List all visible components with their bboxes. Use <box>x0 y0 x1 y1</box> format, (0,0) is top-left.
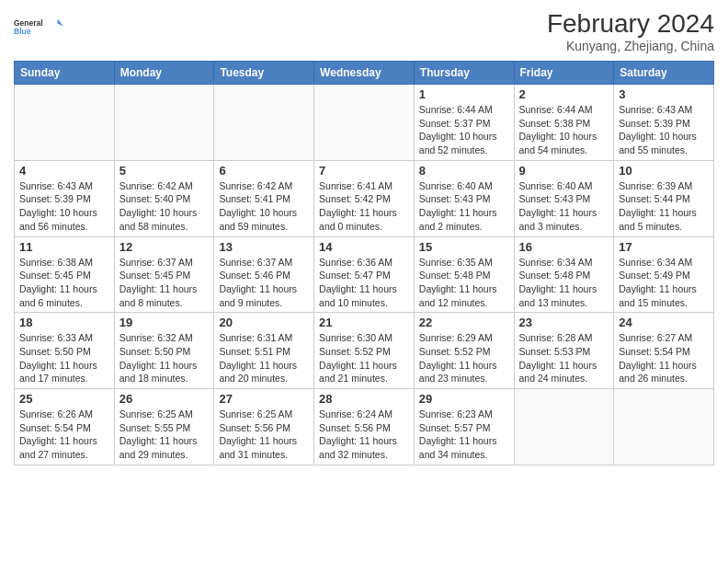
calendar-cell <box>114 85 214 161</box>
calendar-cell: 5Sunrise: 6:42 AM Sunset: 5:40 PM Daylig… <box>114 160 214 236</box>
day-info: Sunrise: 6:44 AM Sunset: 5:37 PM Dayligh… <box>419 103 509 157</box>
day-number: 27 <box>219 392 309 406</box>
calendar-cell: 21Sunrise: 6:30 AM Sunset: 5:52 PM Dayli… <box>314 313 415 389</box>
calendar-week-row: 18Sunrise: 6:33 AM Sunset: 5:50 PM Dayli… <box>15 313 714 389</box>
day-of-week-header: Friday <box>514 62 614 85</box>
day-number: 7 <box>319 164 409 178</box>
day-info: Sunrise: 6:35 AM Sunset: 5:48 PM Dayligh… <box>419 256 509 310</box>
header: General Blue February 2024 Kunyang, Zhej… <box>14 9 714 53</box>
page: General Blue February 2024 Kunyang, Zhej… <box>0 0 728 563</box>
day-of-week-header: Thursday <box>414 62 514 85</box>
calendar-cell: 6Sunrise: 6:42 AM Sunset: 5:41 PM Daylig… <box>214 160 314 236</box>
day-info: Sunrise: 6:43 AM Sunset: 5:39 PM Dayligh… <box>619 103 709 157</box>
day-number: 23 <box>519 316 609 329</box>
day-number: 25 <box>19 392 109 406</box>
calendar-cell: 12Sunrise: 6:37 AM Sunset: 5:45 PM Dayli… <box>114 236 214 313</box>
calendar-cell: 29Sunrise: 6:23 AM Sunset: 5:57 PM Dayli… <box>414 389 514 465</box>
day-info: Sunrise: 6:36 AM Sunset: 5:47 PM Dayligh… <box>319 256 409 310</box>
day-of-week-header: Monday <box>114 62 214 85</box>
day-info: Sunrise: 6:32 AM Sunset: 5:50 PM Dayligh… <box>119 331 210 385</box>
day-number: 24 <box>619 316 709 329</box>
calendar-cell <box>314 85 415 161</box>
day-info: Sunrise: 6:40 AM Sunset: 5:43 PM Dayligh… <box>519 179 609 234</box>
day-info: Sunrise: 6:30 AM Sunset: 5:52 PM Dayligh… <box>319 331 409 385</box>
day-info: Sunrise: 6:40 AM Sunset: 5:43 PM Dayligh… <box>419 179 509 234</box>
calendar-cell: 10Sunrise: 6:39 AM Sunset: 5:44 PM Dayli… <box>614 160 714 236</box>
calendar-cell <box>514 389 614 465</box>
svg-marker-2 <box>58 19 64 27</box>
calendar-cell: 20Sunrise: 6:31 AM Sunset: 5:51 PM Dayli… <box>214 313 314 389</box>
location: Kunyang, Zhejiang, China <box>547 39 714 53</box>
day-number: 1 <box>419 87 509 101</box>
day-number: 5 <box>119 164 210 178</box>
day-number: 14 <box>319 240 409 254</box>
day-info: Sunrise: 6:34 AM Sunset: 5:49 PM Dayligh… <box>619 256 709 310</box>
day-info: Sunrise: 6:27 AM Sunset: 5:54 PM Dayligh… <box>619 331 709 385</box>
day-info: Sunrise: 6:29 AM Sunset: 5:52 PM Dayligh… <box>419 331 509 385</box>
day-number: 9 <box>519 164 609 178</box>
calendar-cell: 14Sunrise: 6:36 AM Sunset: 5:47 PM Dayli… <box>314 236 415 313</box>
day-info: Sunrise: 6:25 AM Sunset: 5:55 PM Dayligh… <box>119 408 210 462</box>
day-number: 20 <box>219 316 309 329</box>
calendar-cell: 9Sunrise: 6:40 AM Sunset: 5:43 PM Daylig… <box>514 160 614 236</box>
calendar-cell: 27Sunrise: 6:25 AM Sunset: 5:56 PM Dayli… <box>214 389 314 465</box>
calendar-cell: 16Sunrise: 6:34 AM Sunset: 5:48 PM Dayli… <box>514 236 614 313</box>
day-info: Sunrise: 6:28 AM Sunset: 5:53 PM Dayligh… <box>519 331 609 385</box>
day-info: Sunrise: 6:44 AM Sunset: 5:38 PM Dayligh… <box>519 103 609 157</box>
calendar-cell: 24Sunrise: 6:27 AM Sunset: 5:54 PM Dayli… <box>614 313 714 389</box>
calendar-cell: 8Sunrise: 6:40 AM Sunset: 5:43 PM Daylig… <box>414 160 514 236</box>
day-number: 29 <box>419 392 509 406</box>
day-info: Sunrise: 6:38 AM Sunset: 5:45 PM Dayligh… <box>19 256 109 310</box>
calendar-cell: 18Sunrise: 6:33 AM Sunset: 5:50 PM Dayli… <box>15 313 115 389</box>
day-number: 12 <box>119 240 210 254</box>
day-info: Sunrise: 6:33 AM Sunset: 5:50 PM Dayligh… <box>19 331 109 385</box>
title-block: February 2024 Kunyang, Zhejiang, China <box>547 9 714 53</box>
day-number: 22 <box>419 316 509 329</box>
day-number: 16 <box>519 240 609 254</box>
day-info: Sunrise: 6:23 AM Sunset: 5:57 PM Dayligh… <box>419 408 509 462</box>
day-info: Sunrise: 6:34 AM Sunset: 5:48 PM Dayligh… <box>519 256 609 310</box>
day-of-week-header: Sunday <box>15 62 115 85</box>
calendar-week-row: 1Sunrise: 6:44 AM Sunset: 5:37 PM Daylig… <box>15 85 714 161</box>
calendar-cell: 25Sunrise: 6:26 AM Sunset: 5:54 PM Dayli… <box>15 389 115 465</box>
calendar-cell: 19Sunrise: 6:32 AM Sunset: 5:50 PM Dayli… <box>114 313 214 389</box>
day-number: 28 <box>319 392 409 406</box>
calendar-cell: 11Sunrise: 6:38 AM Sunset: 5:45 PM Dayli… <box>15 236 115 313</box>
calendar-cell: 4Sunrise: 6:43 AM Sunset: 5:39 PM Daylig… <box>15 160 115 236</box>
logo-svg: General Blue <box>14 9 64 44</box>
day-number: 18 <box>19 316 109 329</box>
day-of-week-header: Wednesday <box>314 62 415 85</box>
calendar-table: SundayMondayTuesdayWednesdayThursdayFrid… <box>14 61 714 465</box>
day-number: 26 <box>119 392 210 406</box>
day-number: 6 <box>219 164 309 178</box>
day-number: 17 <box>619 240 709 254</box>
day-info: Sunrise: 6:26 AM Sunset: 5:54 PM Dayligh… <box>19 408 109 462</box>
calendar-cell: 3Sunrise: 6:43 AM Sunset: 5:39 PM Daylig… <box>614 85 714 161</box>
calendar-cell <box>15 85 115 161</box>
calendar-body: 1Sunrise: 6:44 AM Sunset: 5:37 PM Daylig… <box>15 85 714 465</box>
day-number: 10 <box>619 164 709 178</box>
day-info: Sunrise: 6:25 AM Sunset: 5:56 PM Dayligh… <box>219 408 309 462</box>
logo: General Blue <box>14 9 64 44</box>
day-info: Sunrise: 6:37 AM Sunset: 5:45 PM Dayligh… <box>119 256 210 310</box>
svg-text:General: General <box>14 18 43 28</box>
calendar-cell: 22Sunrise: 6:29 AM Sunset: 5:52 PM Dayli… <box>414 313 514 389</box>
calendar-week-row: 4Sunrise: 6:43 AM Sunset: 5:39 PM Daylig… <box>15 160 714 236</box>
day-number: 13 <box>219 240 309 254</box>
calendar-cell: 15Sunrise: 6:35 AM Sunset: 5:48 PM Dayli… <box>414 236 514 313</box>
day-number: 8 <box>419 164 509 178</box>
day-of-week-header: Tuesday <box>214 62 314 85</box>
calendar-cell: 1Sunrise: 6:44 AM Sunset: 5:37 PM Daylig… <box>414 85 514 161</box>
month-year: February 2024 <box>547 9 714 39</box>
calendar-cell: 26Sunrise: 6:25 AM Sunset: 5:55 PM Dayli… <box>114 389 214 465</box>
calendar-cell: 13Sunrise: 6:37 AM Sunset: 5:46 PM Dayli… <box>214 236 314 313</box>
calendar-week-row: 11Sunrise: 6:38 AM Sunset: 5:45 PM Dayli… <box>15 236 714 313</box>
calendar-cell <box>214 85 314 161</box>
day-info: Sunrise: 6:31 AM Sunset: 5:51 PM Dayligh… <box>219 331 309 385</box>
day-number: 19 <box>119 316 210 329</box>
calendar-cell: 7Sunrise: 6:41 AM Sunset: 5:42 PM Daylig… <box>314 160 415 236</box>
calendar-cell <box>614 389 714 465</box>
day-info: Sunrise: 6:41 AM Sunset: 5:42 PM Dayligh… <box>319 179 409 234</box>
day-info: Sunrise: 6:24 AM Sunset: 5:56 PM Dayligh… <box>319 408 409 462</box>
day-number: 15 <box>419 240 509 254</box>
